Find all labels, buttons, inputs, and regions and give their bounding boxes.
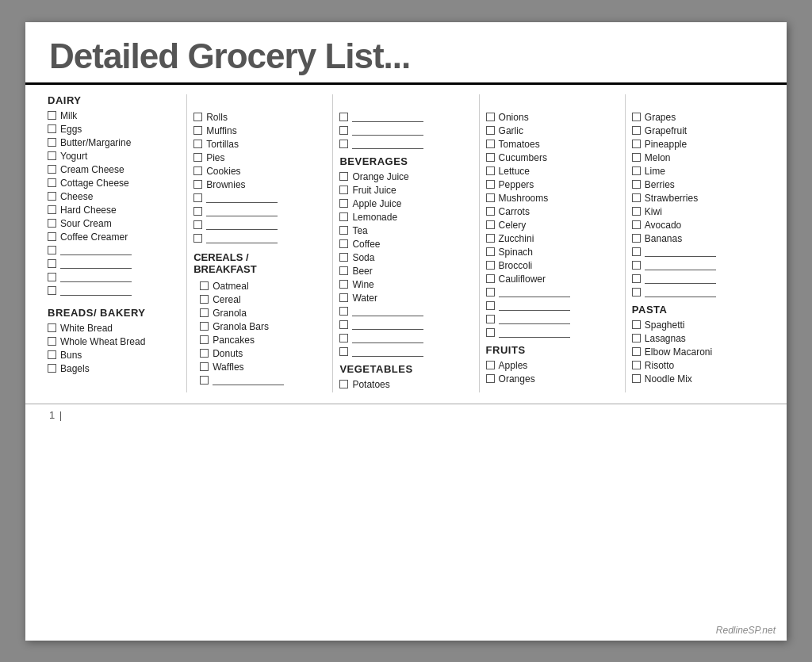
checkbox[interactable] — [48, 151, 56, 160]
checkbox[interactable] — [486, 274, 495, 283]
checkbox[interactable] — [486, 207, 495, 216]
checkbox[interactable] — [48, 219, 56, 228]
list-item[interactable]: Lime — [632, 166, 764, 177]
list-item[interactable]: Oranges — [486, 373, 619, 385]
list-item[interactable]: Potatoes — [339, 379, 472, 390]
list-item[interactable]: Pies — [193, 152, 326, 163]
list-item[interactable]: Soda — [339, 252, 472, 263]
checkbox[interactable] — [193, 140, 202, 148]
checkbox[interactable] — [486, 193, 495, 202]
checkbox[interactable] — [48, 192, 56, 201]
checkbox[interactable] — [339, 172, 348, 181]
blank-item[interactable] — [193, 220, 326, 230]
checkbox[interactable] — [48, 273, 56, 281]
checkbox[interactable] — [339, 140, 348, 148]
checkbox[interactable] — [632, 207, 641, 216]
checkbox[interactable] — [486, 180, 495, 189]
blank-item[interactable] — [486, 287, 619, 297]
checkbox[interactable] — [632, 113, 641, 121]
list-item[interactable]: Risotto — [632, 360, 764, 371]
list-item[interactable]: Cookies — [193, 166, 326, 177]
checkbox[interactable] — [339, 226, 348, 235]
checkbox[interactable] — [339, 239, 348, 248]
list-item[interactable]: Buns — [48, 350, 180, 361]
checkbox[interactable] — [486, 220, 495, 229]
checkbox[interactable] — [200, 335, 209, 344]
checkbox[interactable] — [48, 350, 56, 359]
blank-item[interactable] — [339, 139, 472, 149]
checkbox[interactable] — [339, 307, 348, 316]
checkbox[interactable] — [486, 234, 495, 243]
checkbox[interactable] — [486, 247, 495, 256]
checkbox[interactable] — [632, 234, 641, 243]
list-item[interactable]: Apple Juice — [339, 198, 472, 209]
blank-item[interactable] — [48, 285, 180, 296]
list-item[interactable]: Peppers — [486, 179, 619, 190]
checkbox[interactable] — [632, 334, 641, 342]
checkbox[interactable] — [632, 274, 641, 283]
blank-item[interactable] — [632, 247, 764, 257]
checkbox[interactable] — [200, 281, 209, 290]
blank-item[interactable] — [339, 333, 472, 343]
checkbox[interactable] — [486, 315, 495, 323]
list-item[interactable]: Tortillas — [193, 139, 326, 150]
list-item[interactable]: Milk — [48, 110, 180, 121]
blank-item[interactable] — [632, 274, 764, 284]
blank-item[interactable] — [193, 206, 326, 216]
checkbox[interactable] — [632, 374, 641, 383]
list-item[interactable]: Whole Wheat Bread — [48, 336, 180, 347]
list-item[interactable]: Eggs — [48, 124, 180, 135]
checkbox[interactable] — [486, 140, 495, 148]
list-item[interactable]: Broccoli — [486, 260, 619, 271]
checkbox[interactable] — [486, 288, 495, 297]
list-item[interactable]: Rolls — [193, 112, 326, 123]
blank-item[interactable] — [632, 260, 764, 270]
list-item[interactable]: Muffins — [193, 125, 326, 136]
checkbox[interactable] — [48, 246, 56, 254]
checkbox[interactable] — [486, 361, 495, 369]
checkbox[interactable] — [632, 140, 641, 148]
checkbox[interactable] — [486, 113, 495, 121]
list-item[interactable]: Avocado — [632, 220, 764, 231]
list-item[interactable]: Water — [339, 293, 472, 304]
list-item[interactable]: Zucchini — [486, 233, 619, 244]
list-item[interactable]: Cereal — [193, 294, 326, 305]
list-item[interactable]: Wine — [339, 279, 472, 290]
list-item[interactable]: Fruit Juice — [339, 185, 472, 196]
list-item[interactable]: Celery — [486, 220, 619, 231]
checkbox[interactable] — [339, 266, 348, 275]
list-item[interactable]: Melon — [632, 152, 764, 163]
checkbox[interactable] — [632, 180, 641, 189]
checkbox[interactable] — [48, 178, 56, 187]
blank-item[interactable] — [339, 306, 472, 316]
list-item[interactable]: Berries — [632, 179, 764, 190]
list-item[interactable]: Cheese — [48, 191, 180, 202]
checkbox[interactable] — [632, 153, 641, 162]
list-item[interactable]: Onions — [486, 112, 619, 123]
checkbox[interactable] — [200, 322, 209, 331]
list-item[interactable]: Hard Cheese — [48, 205, 180, 216]
list-item[interactable]: Orange Juice — [339, 171, 472, 182]
list-item[interactable]: Sour Cream — [48, 218, 180, 229]
checkbox[interactable] — [193, 126, 202, 135]
checkbox[interactable] — [339, 253, 348, 262]
list-item[interactable]: Noodle Mix — [632, 373, 764, 385]
checkbox[interactable] — [339, 199, 348, 208]
blank-item[interactable] — [193, 193, 326, 203]
list-item[interactable]: Tomatoes — [486, 139, 619, 150]
list-item[interactable]: Grapefruit — [632, 125, 764, 136]
list-item[interactable]: Lemonade — [339, 212, 472, 223]
checkbox[interactable] — [339, 186, 348, 194]
list-item[interactable]: Tea — [339, 225, 472, 236]
checkbox[interactable] — [486, 301, 495, 310]
checkbox[interactable] — [632, 166, 641, 175]
list-item[interactable]: Strawberries — [632, 193, 764, 204]
checkbox[interactable] — [632, 361, 641, 369]
checkbox[interactable] — [200, 308, 209, 317]
list-item[interactable]: Pancakes — [193, 335, 326, 346]
checkbox[interactable] — [193, 180, 202, 189]
list-item[interactable]: Cream Cheese — [48, 164, 180, 175]
blank-item[interactable] — [339, 125, 472, 136]
list-item[interactable]: Spaghetti — [632, 320, 764, 331]
blank-item[interactable] — [48, 258, 180, 269]
